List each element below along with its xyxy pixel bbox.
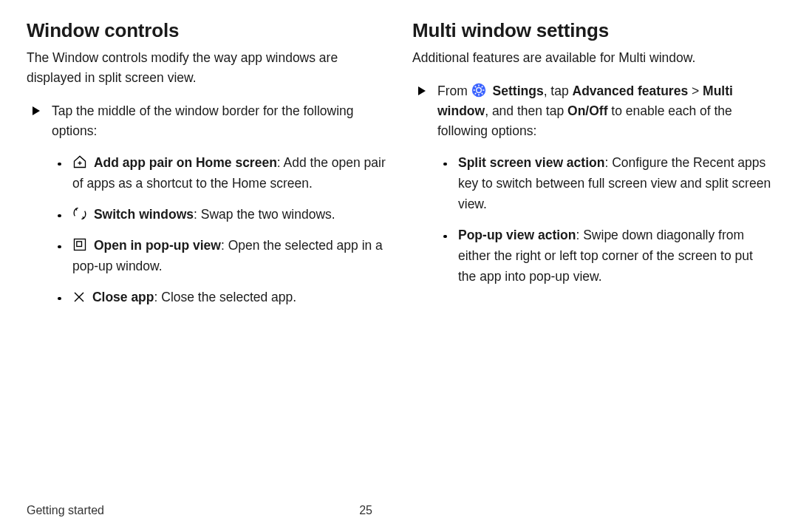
option-label: Switch windows [94,207,194,222]
step-mid2: , and then tap [485,103,567,118]
multi-window-step: From [417,81,771,286]
footer-section-name: Getting started [27,504,104,517]
settings-gear-icon [471,83,486,98]
multi-window-heading: Multi window settings [412,19,771,42]
step-advanced-label: Advanced features [573,83,689,98]
option-close-app: Close app: Close the selected app. [55,287,386,307]
window-controls-intro: The Window controls modify the way app w… [27,48,386,88]
close-icon [72,290,86,304]
option-desc: : Swap the two windows. [194,207,335,222]
step-gt: > [688,83,703,98]
step-mid1: , tap [544,83,573,98]
step-onoff-label: On/Off [567,103,607,118]
window-controls-step: Tap the middle of the window border for … [31,101,386,307]
option-label: Close app [92,290,154,304]
two-column-layout: Window controls The Window controls modi… [27,18,771,498]
home-plus-icon [72,154,87,169]
option-switch-windows: Switch windows: Swap the two windows. [55,204,386,225]
multi-window-intro: Additional features are available for Mu… [412,48,771,68]
window-controls-options: Add app pair on Home screen: Add the ope… [52,152,386,307]
option-desc: : Close the selected app. [154,290,297,304]
option-add-app-pair: Add app pair on Home screen: Add the ope… [55,152,386,194]
option-label: Add app pair on Home screen [94,155,277,170]
right-column: Multi window settings Additional feature… [412,18,771,498]
svg-rect-3 [77,241,82,246]
step-pre: From [437,83,471,98]
left-column: Window controls The Window controls modi… [27,18,386,498]
multi-window-steps: From [412,81,771,286]
step-settings-label: Settings [493,83,544,98]
option-popup-view-action: Pop-up view action: Swipe down diagonall… [440,225,771,287]
option-label: Split screen view action [458,155,604,170]
window-controls-steps: Tap the middle of the window border for … [27,101,386,307]
option-open-popup: Open in pop-up view: Open the selected a… [55,235,386,276]
option-label: Pop-up view action [458,228,576,242]
popup-window-icon [72,237,87,252]
manual-page: Window controls The Window controls modi… [0,0,798,532]
option-split-screen-action: Split screen view action: Configure the … [440,152,771,214]
page-footer: Getting started 25 [27,498,771,517]
footer-page-number: 25 [359,504,372,517]
multi-window-options: Split screen view action: Configure the … [437,152,771,287]
step-text: Tap the middle of the window border for … [52,103,354,138]
window-controls-heading: Window controls [27,19,386,42]
option-label: Open in pop-up view [94,238,221,253]
switch-arrows-icon [72,206,87,221]
svg-rect-2 [75,239,86,250]
